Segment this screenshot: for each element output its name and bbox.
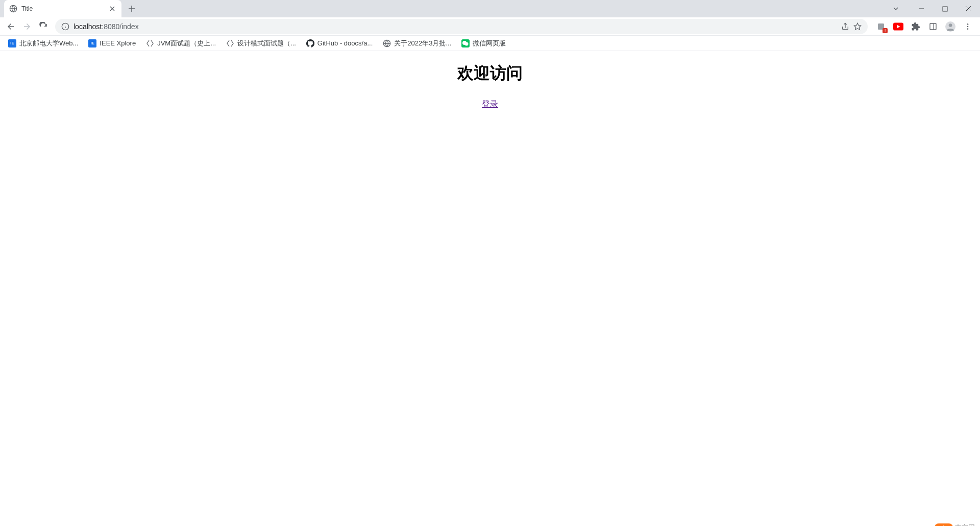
globe-icon [383,39,391,47]
toolbar-actions: ! [872,19,977,34]
bookmark-star-icon[interactable] [853,22,862,31]
bookmark-label: 关于2022年3月批... [394,39,451,48]
browser-tab[interactable]: Title [4,0,121,17]
globe-icon [9,5,17,13]
bookmark-item[interactable]: JVM面试题（史上... [142,37,220,50]
svg-point-12 [949,23,952,27]
new-tab-button[interactable] [125,2,139,16]
svg-point-15 [967,28,969,30]
minimize-button[interactable] [910,1,933,16]
bookmark-item[interactable]: 关于2022年3月批... [379,37,455,50]
script-icon [146,39,154,47]
page-content: 欢迎访问 登录 php 中文网 [0,62,980,526]
bookmark-label: 设计模式面试题（... [237,39,296,48]
forward-button [19,19,35,34]
bookmark-icon: IE [88,39,96,47]
url-host: localhost [74,22,102,31]
close-tab-button[interactable] [108,5,116,13]
bookmark-item[interactable]: GitHub - doocs/a... [302,37,377,50]
youtube-icon[interactable] [891,19,905,34]
bookmark-item[interactable]: IE IEEE Xplore [84,37,140,50]
bookmark-label: IEEE Xplore [100,39,136,47]
bookmark-label: 北京邮电大学Web... [19,39,78,48]
svg-point-18 [465,42,469,45]
address-bar[interactable]: localhost:8080/index [55,19,868,34]
svg-point-13 [967,23,969,25]
extension-badge-icon: ! [883,28,888,33]
close-window-button[interactable] [957,1,980,16]
svg-rect-1 [943,7,947,11]
bookmark-label: JVM面试题（史上... [157,39,216,48]
page-heading: 欢迎访问 [0,62,980,85]
share-icon[interactable] [841,22,849,31]
watermark: php 中文网 [935,523,975,526]
bookmark-label: GitHub - doocs/a... [317,39,373,47]
window-titlebar: Title [0,0,980,17]
tab-title: Title [21,5,104,12]
reload-button[interactable] [36,19,51,34]
extension-icon[interactable]: ! [874,19,888,34]
svg-marker-5 [854,23,861,30]
wechat-icon [461,39,470,47]
bookmark-icon: IE [8,39,16,47]
bookmark-label: 微信网页版 [473,39,506,48]
svg-point-14 [967,26,969,27]
github-icon [306,39,314,47]
script-icon [226,39,234,47]
svg-rect-9 [930,23,936,30]
bookmark-item[interactable]: 微信网页版 [457,37,510,50]
watermark-text: 中文网 [955,523,975,526]
back-button[interactable] [3,19,18,34]
menu-button[interactable] [961,19,975,34]
login-link[interactable]: 登录 [0,99,980,110]
extensions-puzzle-icon[interactable] [909,19,923,34]
bookmark-item[interactable]: 设计模式面试题（... [222,37,300,50]
site-info-icon[interactable] [61,22,69,31]
sidepanel-icon[interactable] [926,19,940,34]
url-rest: :8080/index [102,22,138,31]
profile-avatar-icon[interactable] [943,19,958,34]
search-tabs-button[interactable] [887,1,904,16]
watermark-badge: php [935,523,953,526]
bookmark-item[interactable]: IE 北京邮电大学Web... [4,37,82,50]
maximize-button[interactable] [933,1,957,16]
url-text: localhost:8080/index [74,22,837,31]
browser-toolbar: localhost:8080/index ! [0,17,980,36]
window-controls [887,0,980,17]
bookmarks-bar: IE 北京邮电大学Web... IE IEEE Xplore JVM面试题（史上… [0,36,980,51]
